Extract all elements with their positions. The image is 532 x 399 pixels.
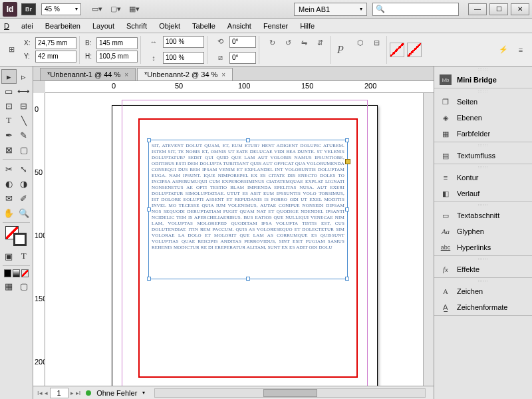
panel-text-wrap[interactable]: ▤Textumfluss: [434, 148, 532, 164]
fill-none-icon[interactable]: [390, 43, 404, 57]
menu-table[interactable]: Tabelle: [192, 22, 215, 30]
scale-y-input[interactable]: 100 %: [163, 52, 204, 64]
x-input[interactable]: 24,75 mm: [35, 37, 76, 49]
stroke-swatch[interactable]: [13, 233, 27, 246]
direct-selection-tool[interactable]: ▹: [17, 69, 32, 84]
apply-none[interactable]: [21, 269, 29, 277]
panel-hyperlinks[interactable]: abcHyperlinks: [434, 239, 532, 255]
formatting-text-icon[interactable]: T: [17, 249, 32, 263]
close-icon[interactable]: ×: [124, 71, 128, 78]
preflight-status-label[interactable]: Ohne Fehler: [96, 389, 137, 397]
flip-h-icon[interactable]: ⇋: [297, 36, 311, 51]
eyedropper-tool[interactable]: ✐: [17, 191, 32, 205]
free-transform-tool[interactable]: ⤡: [17, 162, 32, 176]
panel-layers[interactable]: ◈Ebenen: [434, 110, 532, 126]
line-tool[interactable]: ╲: [17, 113, 32, 128]
panel-glyphs[interactable]: AaGlyphen: [434, 223, 532, 239]
rotate-cw-icon[interactable]: ↻: [265, 36, 279, 51]
shear-input[interactable]: 0°: [229, 52, 256, 64]
selection-tool[interactable]: ▸: [1, 69, 17, 84]
pencil-tool[interactable]: ✎: [17, 128, 32, 142]
scale-x-input[interactable]: 100 %: [163, 36, 204, 48]
page-tool[interactable]: ▭: [1, 84, 17, 98]
menubar: Datei Bearbeiten Layout Schrift Objekt T…: [0, 19, 532, 33]
panel-gradient[interactable]: ◧Verlauf: [434, 186, 532, 201]
overset-indicator[interactable]: [345, 159, 350, 164]
corner-options-icon[interactable]: ⬡: [353, 36, 368, 51]
scale-x-icon: ↔: [146, 35, 161, 49]
panel-stroke[interactable]: ≡Kontur: [434, 170, 532, 186]
panel-swatches[interactable]: ▦Farbfelder: [434, 126, 532, 142]
screen-mode-icon[interactable]: ▢▾: [108, 2, 124, 17]
titlebar: Id Br 45 % ▭▾ ▢▾ ▦▾ Mein AB1 🔍 — ☐ ✕: [0, 0, 532, 19]
rotate-input[interactable]: 0°: [229, 36, 256, 48]
align-icon[interactable]: ⊟: [369, 36, 384, 51]
note-tool[interactable]: ✉: [1, 191, 17, 205]
height-input[interactable]: 100,5 mm: [96, 51, 138, 63]
page-navigator[interactable]: I◂◂ 1 ▸▸I: [37, 388, 80, 398]
document-tab-2[interactable]: *Unbenannt-2 @ 34 %×: [137, 68, 233, 80]
menu-window[interactable]: Fenster: [263, 22, 288, 30]
gradient-feather-tool[interactable]: ◑: [17, 176, 32, 191]
normal-view-mode[interactable]: ▦: [1, 279, 17, 293]
document-tabs: *Unbenannt-1 @ 44 %× *Unbenannt-2 @ 34 %…: [33, 66, 434, 81]
panel-dock: :::::: MbMini Bridge :::::: ❐Seiten ◈Ebe…: [434, 66, 532, 399]
horizontal-scrollbar[interactable]: [154, 388, 426, 398]
rectangle-frame-tool[interactable]: ⊠: [1, 142, 17, 157]
quick-apply-icon[interactable]: ⚡: [496, 43, 511, 57]
type-tool[interactable]: T: [1, 113, 17, 128]
close-button[interactable]: ✕: [511, 3, 529, 15]
gradient-swatch-tool[interactable]: ◐: [1, 176, 17, 191]
menu-type[interactable]: Schrift: [126, 22, 147, 30]
document-tab-1[interactable]: *Unbenannt-1 @ 44 %×: [40, 68, 136, 80]
width-input[interactable]: 145 mm: [96, 37, 138, 49]
rectangle-tool[interactable]: ▢: [17, 142, 32, 157]
maximize-button[interactable]: ☐: [489, 3, 508, 15]
panel-story[interactable]: ▭Textabschnitt: [434, 207, 532, 223]
close-icon[interactable]: ×: [221, 71, 225, 78]
pen-tool[interactable]: ✒: [1, 128, 17, 142]
y-input[interactable]: 42 mm: [35, 51, 76, 63]
scissors-tool[interactable]: ✂: [1, 162, 17, 176]
gap-tool[interactable]: ⟷: [17, 84, 32, 98]
preview-mode[interactable]: ▢: [17, 279, 32, 293]
arrange-icon[interactable]: ▦▾: [126, 2, 142, 17]
panel-pages[interactable]: ❐Seiten: [434, 94, 532, 110]
vertical-ruler[interactable]: 050100150200: [33, 93, 45, 386]
minimize-button[interactable]: —: [468, 3, 487, 15]
menu-edit[interactable]: Bearbeiten: [45, 22, 80, 30]
text-frame[interactable]: SIT, ATEVENT DOLUT QUAM, ET, EUM ETUR? H…: [148, 140, 348, 279]
vertical-scrollbar[interactable]: [423, 93, 434, 386]
panel-character-styles[interactable]: A̲Zeichenformate: [434, 299, 532, 315]
menu-layout[interactable]: Layout: [92, 22, 114, 30]
workspace-dropdown[interactable]: Mein AB1: [294, 3, 367, 16]
zoom-dropdown[interactable]: 45 %: [41, 3, 81, 15]
content-collector-tool[interactable]: ⊡: [1, 98, 17, 113]
stroke-none-icon[interactable]: [407, 43, 422, 57]
panel-character[interactable]: AZeichen: [434, 283, 532, 299]
canvas[interactable]: SIT, ATEVENT DOLUT QUAM, ET, EUM ETUR? H…: [45, 93, 423, 386]
menu-file[interactable]: Datei: [4, 22, 33, 30]
bridge-button[interactable]: Br: [21, 3, 36, 15]
content-placer-tool[interactable]: ⊟: [17, 98, 32, 113]
menu-help[interactable]: Hilfe: [300, 22, 315, 30]
panel-effects[interactable]: fxEffekte: [434, 261, 532, 277]
rotate-ccw-icon[interactable]: ↺: [281, 36, 295, 51]
shear-icon: ⧄: [213, 51, 227, 65]
view-options-icon[interactable]: ▭▾: [89, 2, 105, 17]
zoom-tool[interactable]: 🔍: [17, 205, 32, 220]
formatting-container-icon[interactable]: ▣: [1, 249, 17, 263]
search-input[interactable]: 🔍: [372, 3, 459, 16]
menu-view[interactable]: Ansicht: [227, 22, 251, 30]
panel-menu-icon[interactable]: ≡: [513, 43, 528, 57]
horizontal-ruler[interactable]: 050100150200: [45, 81, 434, 93]
flip-v-icon[interactable]: ⇵: [313, 36, 327, 51]
apply-color[interactable]: [4, 269, 11, 277]
menu-object[interactable]: Objekt: [159, 22, 180, 30]
panel-mini-bridge[interactable]: MbMini Bridge: [434, 72, 532, 88]
hand-tool[interactable]: ✋: [1, 205, 17, 220]
select-container-icon[interactable]: P: [333, 43, 348, 57]
rotate-icon: ⟲: [213, 35, 227, 49]
apply-gradient[interactable]: [13, 269, 20, 277]
reference-point-icon[interactable]: ⊞: [4, 43, 19, 57]
